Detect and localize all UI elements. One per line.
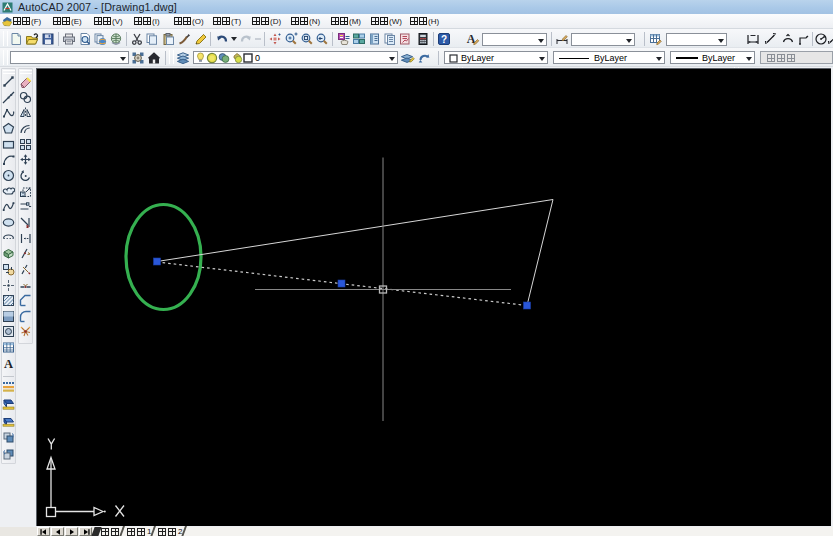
svg-text:A: A [4,357,13,370]
svg-text:?: ? [441,34,447,45]
